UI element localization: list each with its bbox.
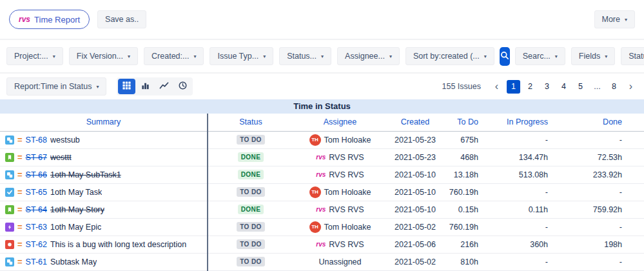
save-as-button[interactable]: Save as.. xyxy=(97,10,146,28)
filter-fields-dropdown[interactable]: Fields▾ xyxy=(571,47,615,65)
status-badge: TO DO xyxy=(237,239,264,249)
assignee-cell: THTom Holoake xyxy=(309,134,371,146)
assignee-name: RVS RVS xyxy=(329,153,364,162)
column-header-done[interactable]: Done xyxy=(565,114,644,131)
view-table-button[interactable] xyxy=(118,79,135,94)
column-header-in-progress[interactable]: In Progress xyxy=(495,114,565,131)
view-bar-chart-button[interactable] xyxy=(137,79,154,94)
filter-search-dropdown[interactable]: Searc...▾ xyxy=(515,47,565,65)
created-cell: 2021-05-02 xyxy=(387,253,444,270)
issue-summary: Subtask May xyxy=(50,257,97,266)
column-header-summary[interactable]: Summary xyxy=(0,114,208,131)
issue-type-story-icon xyxy=(5,205,14,214)
chevron-down-icon: ▾ xyxy=(128,54,130,59)
rvs-avatar-logo: rvs xyxy=(316,152,326,163)
issue-type-epic-icon xyxy=(5,223,14,232)
view-line-chart-button[interactable] xyxy=(155,79,173,94)
issue-key-link[interactable]: ST-62 xyxy=(26,240,47,249)
topbar: rvs Time Report Save as.. More ▾ xyxy=(0,0,644,40)
filter-fix-version-dropdown[interactable]: Fix Version...▾ xyxy=(69,47,138,65)
issue-key-link[interactable]: ST-61 xyxy=(26,257,47,266)
status-badge: TO DO xyxy=(237,222,264,232)
assignee-avatar: TH xyxy=(309,186,321,198)
filter-assignee-dropdown[interactable]: Assignee...▾ xyxy=(337,47,400,65)
report-selector-dropdown[interactable]: Report:Time in Status ▾ xyxy=(6,77,106,95)
page-8-button[interactable]: 8 xyxy=(607,80,621,94)
assignee-cell: THTom Holoake xyxy=(309,186,371,198)
issue-type-bug-icon xyxy=(5,240,14,249)
search-button[interactable] xyxy=(500,47,510,66)
assignee-cell: rvsRVS RVS xyxy=(316,204,364,216)
done-hours-cell: - xyxy=(565,131,644,148)
more-label: More xyxy=(602,15,620,24)
issue-key-link[interactable]: ST-67 xyxy=(26,153,47,162)
next-page-icon[interactable]: › xyxy=(624,80,638,94)
priority-medium-icon: = xyxy=(17,170,23,179)
filter-status-dropdown[interactable]: Status...▾ xyxy=(279,47,331,65)
table-row: =ST-61Subtask MayTO DOUnassigned2021-05-… xyxy=(0,253,644,270)
issue-summary: 1oth May Epic xyxy=(50,223,101,232)
issue-key-link[interactable]: ST-64 xyxy=(26,205,47,214)
filter-sort-by-dropdown[interactable]: Sort by:created (...▾ xyxy=(405,47,494,65)
page-4-button[interactable]: 4 xyxy=(557,80,571,94)
filter-statuses-dropdown[interactable]: Statuses▾ xyxy=(621,47,644,65)
table-row: =ST-68westsubTO DOTHTom Holoake2021-05-2… xyxy=(0,131,644,148)
chevron-down-icon: ▾ xyxy=(321,54,324,59)
priority-medium-icon: = xyxy=(17,205,23,214)
column-header-to-do[interactable]: To Do xyxy=(444,114,495,131)
table-row: =ST-661oth May SubTask1DONErvsRVS RVS202… xyxy=(0,166,644,183)
page-1-button[interactable]: 1 xyxy=(507,80,520,94)
issue-key-link[interactable]: ST-66 xyxy=(26,170,47,179)
summary-cell: =ST-661oth May SubTask1 xyxy=(5,170,207,179)
issue-type-subtask-icon xyxy=(5,257,14,266)
created-cell: 2021-05-02 xyxy=(387,218,444,236)
page-5-button[interactable]: 5 xyxy=(574,80,587,94)
app-root: rvs Time Report Save as.. More ▾ Project… xyxy=(0,0,644,271)
created-cell: 2021-05-10 xyxy=(387,201,444,218)
created-cell: 2021-05-06 xyxy=(387,236,444,253)
table-row: =ST-641oth May StoryDONErvsRVS RVS2021-0… xyxy=(0,201,644,218)
filter-project-dropdown[interactable]: Project:...▾ xyxy=(6,47,63,65)
filter-group-right: Searc...▾Fields▾Statuses▾ xyxy=(515,47,644,65)
issues-count: 155 Issues xyxy=(442,82,481,91)
report-bar-right: 155 Issues ‹12345...8› xyxy=(442,80,638,94)
todo-hours-cell: 675h xyxy=(444,131,495,148)
assignee-name: Tom Holoake xyxy=(324,223,371,232)
inprogress-hours-cell: - xyxy=(495,131,565,148)
assignee-avatar: TH xyxy=(309,134,321,146)
filter-label: Statuses xyxy=(629,52,644,61)
status-badge: DONE xyxy=(238,152,264,162)
issue-key-link[interactable]: ST-65 xyxy=(26,188,47,197)
column-header-created[interactable]: Created xyxy=(387,114,444,131)
summary-cell: =ST-641oth May Story xyxy=(5,205,207,214)
chevron-down-icon: ▾ xyxy=(625,17,627,23)
rvs-logo: rvs xyxy=(19,15,30,24)
filter-bar: Project:...▾Fix Version...▾Created:...▾I… xyxy=(0,40,644,74)
time-report-button[interactable]: rvs Time Report xyxy=(9,10,90,29)
issue-summary: This is a bug with long text description xyxy=(50,240,186,249)
todo-hours-cell: 13.18h xyxy=(444,166,495,183)
issue-summary: westtt xyxy=(50,153,72,162)
filter-created-dropdown[interactable]: Created:...▾ xyxy=(144,47,204,65)
report-selector-label: Report:Time in Status xyxy=(14,82,92,91)
clock-icon xyxy=(178,81,188,92)
inprogress-hours-cell: - xyxy=(495,218,565,236)
chevron-down-icon: ▾ xyxy=(263,54,266,59)
column-header-assignee[interactable]: Assignee xyxy=(293,114,387,131)
more-button[interactable]: More ▾ xyxy=(594,10,636,28)
view-clock-button[interactable] xyxy=(174,79,191,94)
issue-summary: westsub xyxy=(50,136,80,145)
issue-key-link[interactable]: ST-68 xyxy=(26,136,47,145)
table-body: =ST-68westsubTO DOTHTom Holoake2021-05-2… xyxy=(0,131,644,270)
filter-issue-type-dropdown[interactable]: Issue Typ...▾ xyxy=(210,47,273,65)
filter-group-left: Project:...▾Fix Version...▾Created:...▾I… xyxy=(6,47,494,65)
prev-page-icon[interactable]: ‹ xyxy=(490,80,503,94)
issue-key-link[interactable]: ST-63 xyxy=(26,223,47,232)
page-2-button[interactable]: 2 xyxy=(523,80,537,94)
chevron-down-icon: ▾ xyxy=(605,54,607,59)
report-bar: Report:Time in Status ▾ 155 Issues ‹1234… xyxy=(0,74,644,99)
table-title: Time in Status xyxy=(0,99,644,114)
column-header-status[interactable]: Status xyxy=(208,114,293,131)
page-3-button[interactable]: 3 xyxy=(540,80,554,94)
issue-summary: 1oth May SubTask1 xyxy=(50,170,121,179)
